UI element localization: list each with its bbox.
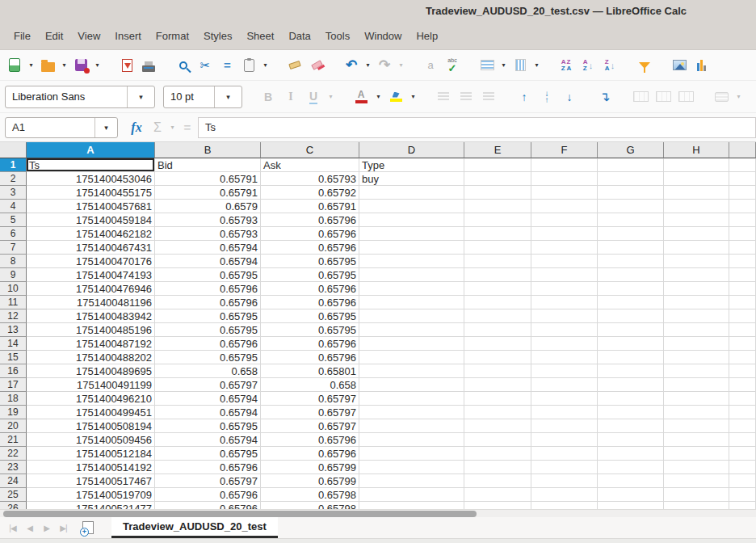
cell[interactable] bbox=[531, 419, 598, 433]
cell[interactable] bbox=[598, 419, 664, 433]
chevron-down-icon[interactable]: ▾ bbox=[214, 86, 242, 107]
cell[interactable] bbox=[664, 378, 729, 392]
cell[interactable]: 0.65795 bbox=[155, 309, 261, 323]
cell[interactable] bbox=[729, 392, 756, 406]
align-center-button[interactable] bbox=[456, 86, 476, 107]
cell[interactable] bbox=[598, 213, 664, 227]
cell[interactable] bbox=[664, 461, 729, 474]
cell[interactable]: 0.65794 bbox=[155, 406, 261, 419]
cell[interactable]: 1751400512184 bbox=[27, 447, 155, 461]
cell[interactable]: 0.65796 bbox=[261, 296, 359, 309]
cell[interactable]: 0.658 bbox=[155, 364, 261, 378]
cell[interactable] bbox=[531, 502, 598, 509]
cell[interactable]: 1751400488202 bbox=[27, 351, 155, 364]
cell[interactable] bbox=[531, 158, 598, 172]
cell[interactable]: 0.65795 bbox=[155, 351, 261, 364]
cell[interactable] bbox=[531, 461, 598, 474]
clear-formatting-button[interactable] bbox=[307, 55, 326, 76]
save-button[interactable] bbox=[71, 55, 90, 76]
cell[interactable]: 0.65796 bbox=[155, 296, 261, 309]
row-header-8[interactable]: 8 bbox=[0, 255, 27, 268]
cell[interactable] bbox=[464, 186, 531, 200]
cell[interactable] bbox=[531, 323, 598, 337]
cell[interactable]: 0.65796 bbox=[155, 488, 261, 502]
menu-item-data[interactable]: Data bbox=[281, 27, 317, 45]
cell[interactable] bbox=[464, 337, 531, 351]
cell[interactable]: 0.65795 bbox=[155, 323, 261, 337]
cell[interactable] bbox=[598, 200, 664, 213]
cell[interactable]: 0.65793 bbox=[155, 213, 261, 227]
paste-dropdown[interactable]: ▾ bbox=[261, 55, 270, 76]
previous-sheet-button[interactable]: ◀ bbox=[22, 520, 37, 536]
cell[interactable] bbox=[531, 378, 598, 392]
highlight-color-dropdown[interactable]: ▾ bbox=[409, 86, 418, 107]
cell[interactable] bbox=[464, 474, 531, 488]
cell[interactable] bbox=[598, 172, 664, 186]
formula-button[interactable]: = bbox=[177, 117, 198, 138]
cut-button[interactable]: ✂ bbox=[195, 55, 215, 76]
row-header-19[interactable]: 19 bbox=[0, 406, 27, 419]
menu-item-window[interactable]: Window bbox=[357, 27, 409, 45]
row-header-9[interactable]: 9 bbox=[0, 268, 27, 282]
center-vertically-button[interactable]: ↓ ↑ bbox=[537, 86, 556, 107]
cell[interactable]: 0.65796 bbox=[261, 282, 359, 296]
align-left-button[interactable] bbox=[434, 86, 453, 107]
cell[interactable] bbox=[359, 213, 464, 227]
cell[interactable]: 0.65795 bbox=[261, 323, 359, 337]
row-header-26[interactable]: 26 bbox=[0, 502, 27, 509]
column-header-C[interactable]: C bbox=[261, 142, 359, 158]
cell[interactable] bbox=[729, 241, 756, 255]
sort-button[interactable]: AZ ZA bbox=[556, 55, 576, 76]
chevron-down-icon[interactable]: ▾ bbox=[94, 118, 117, 137]
cell[interactable] bbox=[664, 158, 729, 172]
cell[interactable] bbox=[729, 433, 756, 447]
cell[interactable] bbox=[664, 419, 729, 433]
cell[interactable]: 1751400455175 bbox=[27, 186, 155, 200]
formula-input[interactable]: Ts bbox=[198, 117, 756, 138]
row-header-4[interactable]: 4 bbox=[0, 200, 27, 213]
cell[interactable] bbox=[531, 282, 598, 296]
cell[interactable] bbox=[729, 406, 756, 419]
cell[interactable]: 0.65796 bbox=[155, 502, 261, 509]
cell[interactable]: 0.65797 bbox=[261, 406, 359, 419]
spelling-button[interactable]: abc ✓ bbox=[443, 55, 462, 76]
cell[interactable]: 1751400517467 bbox=[27, 474, 155, 488]
cell[interactable] bbox=[359, 323, 464, 337]
cell[interactable] bbox=[464, 282, 531, 296]
cell[interactable] bbox=[664, 186, 729, 200]
cell[interactable] bbox=[598, 158, 664, 172]
row-header-16[interactable]: 16 bbox=[0, 364, 27, 378]
align-right-button[interactable] bbox=[479, 86, 498, 107]
cell[interactable] bbox=[464, 351, 531, 364]
cell[interactable] bbox=[664, 200, 729, 213]
cell[interactable] bbox=[464, 447, 531, 461]
cell[interactable]: 0.65791 bbox=[155, 172, 261, 186]
row-header-23[interactable]: 23 bbox=[0, 461, 27, 474]
cell[interactable] bbox=[664, 227, 729, 241]
cell[interactable] bbox=[359, 309, 464, 323]
cell[interactable] bbox=[664, 255, 729, 268]
menu-item-view[interactable]: View bbox=[70, 27, 107, 45]
print-button[interactable] bbox=[139, 55, 158, 76]
cell[interactable] bbox=[664, 296, 729, 309]
sort-ascending-button[interactable]: AZ ↓ bbox=[578, 55, 598, 76]
row-header-22[interactable]: 22 bbox=[0, 447, 27, 461]
cell[interactable] bbox=[598, 433, 664, 447]
cell[interactable] bbox=[729, 351, 756, 364]
cell[interactable]: 0.65796 bbox=[261, 227, 359, 241]
function-wizard-button[interactable]: fx bbox=[126, 117, 147, 138]
merge-center-button[interactable] bbox=[631, 86, 650, 107]
cell[interactable] bbox=[359, 364, 464, 378]
cell[interactable]: 1751400499451 bbox=[27, 406, 155, 419]
cell[interactable] bbox=[464, 309, 531, 323]
insert-column-button[interactable] bbox=[510, 55, 530, 76]
row-header-25[interactable]: 25 bbox=[0, 488, 27, 502]
next-sheet-button[interactable]: ▶ bbox=[39, 520, 54, 536]
cell[interactable] bbox=[729, 461, 756, 474]
cell[interactable] bbox=[598, 351, 664, 364]
cell[interactable] bbox=[664, 502, 729, 509]
column-dropdown[interactable]: ▾ bbox=[532, 55, 541, 76]
cell[interactable] bbox=[359, 392, 464, 406]
cell[interactable] bbox=[359, 351, 464, 364]
cell[interactable] bbox=[598, 502, 664, 509]
